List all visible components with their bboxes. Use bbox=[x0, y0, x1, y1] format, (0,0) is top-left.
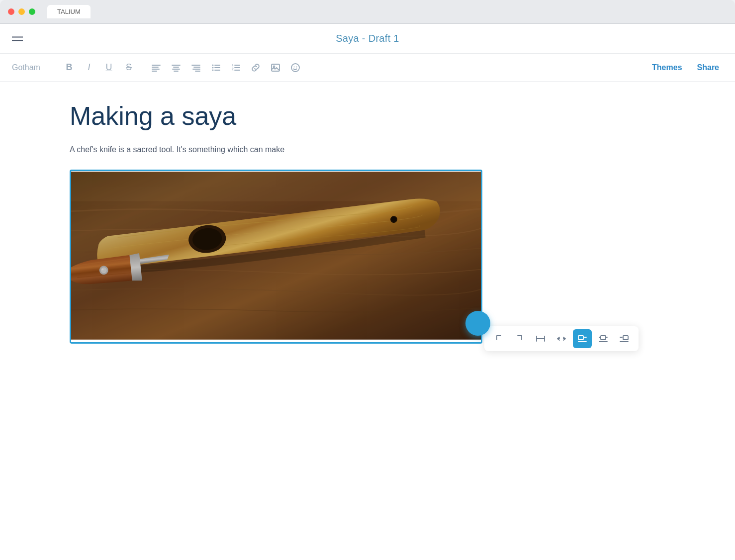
align-left-button[interactable] bbox=[148, 59, 165, 76]
main-window: Saya - Draft 1 Gotham B I U S bbox=[0, 24, 735, 560]
svg-rect-45 bbox=[601, 336, 606, 340]
strikethrough-button[interactable]: S bbox=[120, 59, 137, 76]
svg-point-28 bbox=[296, 66, 297, 67]
bold-button[interactable]: B bbox=[61, 59, 78, 76]
corner-tr-icon bbox=[515, 334, 525, 344]
knife-image bbox=[71, 171, 481, 340]
align-center-button[interactable] bbox=[168, 59, 184, 76]
traffic-light-red[interactable] bbox=[8, 8, 14, 15]
image-align-right-button[interactable] bbox=[615, 329, 634, 348]
font-selector[interactable]: Gotham bbox=[12, 63, 52, 72]
bullet-list-icon bbox=[211, 63, 221, 73]
align-right-button[interactable] bbox=[187, 59, 204, 76]
numbered-list-icon: 1. 2. 3. bbox=[231, 63, 241, 73]
title-bar: TALIUM bbox=[0, 0, 735, 24]
italic-button[interactable]: I bbox=[81, 59, 97, 76]
svg-rect-24 bbox=[272, 64, 279, 71]
document-heading[interactable]: Making a saya bbox=[70, 101, 665, 131]
image-corner-tl-button[interactable] bbox=[489, 329, 508, 348]
traffic-light-yellow[interactable] bbox=[18, 8, 25, 15]
stretch-icon bbox=[556, 334, 566, 344]
svg-point-14 bbox=[212, 69, 214, 71]
menu-button[interactable] bbox=[12, 36, 23, 41]
themes-button[interactable]: Themes bbox=[648, 61, 686, 74]
link-icon bbox=[251, 63, 261, 73]
image-align-right-icon bbox=[619, 334, 629, 344]
svg-point-27 bbox=[294, 66, 295, 67]
align-right-icon bbox=[191, 63, 201, 73]
align-center-icon bbox=[171, 63, 181, 73]
svg-point-13 bbox=[212, 67, 214, 68]
underline-button[interactable]: U bbox=[100, 59, 117, 76]
traffic-light-green[interactable] bbox=[29, 8, 35, 15]
editor-area: Making a saya A chef's knife is a sacred… bbox=[0, 82, 735, 560]
svg-point-12 bbox=[212, 64, 214, 66]
link-button[interactable] bbox=[247, 59, 264, 76]
image-align-center-button[interactable] bbox=[594, 329, 613, 348]
app-tab[interactable]: TALIUM bbox=[47, 5, 91, 18]
image-stretch-button[interactable] bbox=[552, 329, 571, 348]
numbered-list-button[interactable]: 1. 2. 3. bbox=[227, 59, 244, 76]
formatting-toolbar: Gotham B I U S bbox=[0, 54, 735, 82]
image-icon bbox=[271, 63, 280, 73]
image-fit-width-button[interactable] bbox=[531, 329, 550, 348]
align-left-icon bbox=[151, 63, 161, 73]
svg-text:3.: 3. bbox=[232, 69, 234, 72]
image-block[interactable] bbox=[70, 170, 482, 344]
image-align-center-icon bbox=[598, 334, 608, 344]
emoji-icon bbox=[290, 63, 300, 73]
corner-tl-icon bbox=[494, 334, 504, 344]
image-align-left-button[interactable] bbox=[573, 329, 592, 348]
image-alignment-toolbar bbox=[484, 326, 639, 351]
image-button[interactable] bbox=[267, 59, 284, 76]
document-title: Saya - Draft 1 bbox=[336, 33, 399, 44]
image-frame bbox=[70, 170, 482, 344]
bullet-list-button[interactable] bbox=[207, 59, 224, 76]
share-button[interactable]: Share bbox=[693, 61, 723, 74]
svg-rect-49 bbox=[623, 336, 628, 340]
separator-1 bbox=[142, 62, 143, 74]
image-align-left-icon bbox=[577, 334, 587, 344]
document-paragraph[interactable]: A chef's knife is a sacred tool. It's so… bbox=[70, 143, 665, 156]
svg-rect-38 bbox=[71, 172, 481, 202]
image-corner-tr-button[interactable] bbox=[510, 329, 529, 348]
header-bar: Saya - Draft 1 bbox=[0, 24, 735, 54]
emoji-button[interactable] bbox=[287, 59, 304, 76]
fit-width-icon bbox=[536, 334, 546, 344]
svg-rect-42 bbox=[578, 336, 583, 340]
svg-point-26 bbox=[291, 64, 299, 72]
